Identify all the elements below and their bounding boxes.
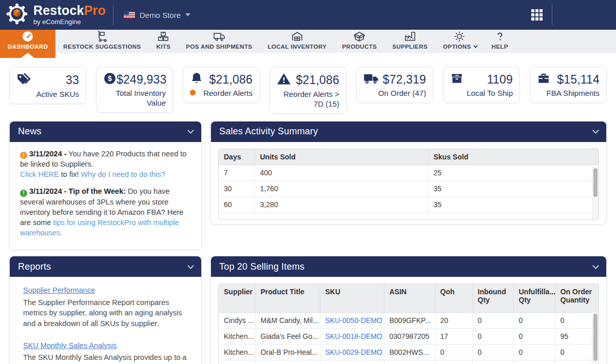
- hand-truck-icon: [96, 30, 108, 43]
- card-reorder-alerts[interactable]: $21,086 Reorder Alerts: [183, 67, 260, 103]
- cell-supplier: Kitchen...: [219, 328, 255, 344]
- col-sku[interactable]: SKU: [320, 284, 384, 312]
- table-row: Cindys ... M&M Candy, Mil... SKU-0050-DE…: [219, 312, 599, 328]
- cell-qoh: 0: [435, 344, 472, 360]
- store-name: Demo Store: [140, 11, 181, 19]
- scrollbar-thumb[interactable]: [593, 168, 598, 197]
- stat-label: Total Inventory Value: [103, 89, 166, 108]
- sku-monthly-sales-link[interactable]: SKU Monthly Sales Analysis: [23, 341, 117, 350]
- us-flag-icon: [124, 11, 135, 18]
- tip-badge-icon: !: [20, 190, 27, 197]
- top-bar: RestockPro by eComEngine Demo Store: [0, 0, 616, 30]
- col-days: Days: [219, 149, 255, 165]
- nav-dashboard[interactable]: DASHBOARD: [0, 30, 55, 53]
- cell-product: Giada's Feel Go...: [255, 328, 320, 344]
- stat-value: 1109: [487, 73, 513, 87]
- table-row: 30 1,760 35: [219, 180, 599, 196]
- nav-label: POS AND SHIPMENTS: [186, 44, 252, 50]
- why-link[interactable]: Why do I need to do this?: [81, 170, 165, 178]
- cell-supplier: Cindys ...: [219, 312, 255, 328]
- nav-help[interactable]: HELP: [484, 30, 516, 53]
- col-units-sold: Units Sold: [255, 149, 428, 165]
- news-date: 3/11/2024 -: [29, 150, 67, 158]
- click-here-link[interactable]: Click HERE: [20, 170, 59, 178]
- col-inbound-qty[interactable]: Inbound Qty: [472, 284, 513, 312]
- chevron-down-icon: [473, 44, 477, 48]
- nav-products[interactable]: PRODUCTS: [334, 30, 384, 53]
- cell-units: 1,760: [255, 180, 428, 196]
- nav-label: KITS: [157, 44, 171, 50]
- card-on-order[interactable]: $72,319 On Order (47): [356, 67, 433, 103]
- cell-qoh: 17: [435, 328, 472, 344]
- report-item: SKU Monthly Sales Analysis The SKU Month…: [23, 340, 188, 364]
- sku-link[interactable]: SKU-0050-DEMO: [325, 316, 382, 325]
- gear-icon: [453, 30, 466, 43]
- table-row: 7 400 25: [219, 165, 599, 180]
- sku-link[interactable]: SKU-0029-DEMO: [325, 348, 382, 356]
- news-item: !3/11/2024 - You have 220 Products that …: [20, 149, 191, 180]
- card-local-to-ship[interactable]: 1109 Local To Ship: [443, 67, 520, 103]
- stat-value: $72,319: [382, 73, 426, 87]
- cell-supplier: Kitchen...: [219, 344, 255, 360]
- archive-box-icon: [450, 72, 464, 87]
- bell-icon: [190, 72, 203, 87]
- report-description: The SKU Monthly Sales Analysis provides …: [23, 352, 188, 364]
- gauge-icon: [22, 30, 34, 43]
- news-text: to fix!: [61, 170, 79, 178]
- panel-title: Sales Activity Summary: [219, 126, 318, 137]
- card-active-skus[interactable]: 33 Active SKUs: [9, 67, 86, 104]
- nav-suppliers[interactable]: SUPPLIERS: [384, 30, 435, 53]
- top20-panel-header: Top 20 Selling Items: [211, 256, 606, 277]
- store-selector[interactable]: Demo Store: [113, 0, 201, 30]
- vertical-scrollbar[interactable]: [592, 167, 599, 219]
- apps-grid-button[interactable]: [522, 0, 552, 30]
- report-description: The Supplier Performance Report compares…: [23, 297, 188, 329]
- cell-inbound: 0: [472, 360, 513, 364]
- col-qoh[interactable]: Qoh: [435, 284, 472, 312]
- briefcase-icon: [537, 72, 550, 87]
- sales-activity-table: Days Units Sold Skus Sold 7 400 25 30: [218, 149, 599, 220]
- col-supplier[interactable]: Supplier: [219, 284, 255, 312]
- card-total-inventory-value[interactable]: $ $249,933 Total Inventory Value: [96, 67, 173, 113]
- col-product-title[interactable]: Product Title: [255, 284, 320, 312]
- col-asin[interactable]: ASIN: [384, 284, 435, 312]
- grid-icon: [531, 9, 543, 21]
- collapse-chevron-icon[interactable]: [592, 127, 599, 134]
- sku-link[interactable]: SKU-0018-DEMO: [325, 332, 382, 340]
- cell-qoh: 20: [435, 312, 472, 328]
- collapse-chevron-icon[interactable]: [187, 262, 194, 269]
- stat-label: On Order (47): [363, 89, 426, 98]
- cell-asin: B002HWS...: [384, 344, 435, 360]
- question-icon: [494, 30, 506, 43]
- nav-restock-suggestions[interactable]: RESTOCK SUGGESTIONS: [55, 30, 148, 53]
- sales-activity-header: Sales Activity Summary: [211, 122, 606, 142]
- news-date: 3/11/2024 -: [29, 187, 67, 195]
- nav-pos-and-shipments[interactable]: POS AND SHIPMENTS: [178, 30, 260, 53]
- nav-label: RESTOCK SUGGESTIONS: [63, 44, 141, 50]
- stat-value: $249,933: [117, 73, 167, 87]
- cell-unfulfillable: 0: [513, 360, 555, 364]
- collapse-chevron-icon[interactable]: [187, 127, 194, 134]
- nav-options[interactable]: OPTIONS: [435, 30, 484, 53]
- stat-label: Reorder Alerts > 7D (15): [277, 90, 339, 109]
- stat-cards-row: 33 Active SKUs $ $249,933 Total Inventor…: [9, 67, 607, 114]
- card-fba-shipments[interactable]: $15,114 FBA Shipments: [530, 67, 607, 103]
- nav-label: SUPPLIERS: [392, 44, 428, 50]
- news-item: !3/11/2024 - Tip of the Week: Do you hav…: [20, 186, 191, 238]
- nav-local-inventory[interactable]: LOCAL INVENTORY: [260, 30, 334, 53]
- table-row: Kitchen... Giada's Feel Go... SKU-0018-D…: [219, 328, 599, 344]
- stat-label: Active SKUs: [16, 90, 79, 99]
- cell-inbound: 0: [472, 312, 513, 328]
- col-unfulfillable-qty[interactable]: Unfulfilla... Qty: [513, 284, 555, 312]
- vertical-scrollbar[interactable]: [592, 312, 599, 364]
- scrollbar-thumb[interactable]: [593, 314, 598, 361]
- collapse-chevron-icon[interactable]: [592, 262, 599, 269]
- stat-label: Reorder Alerts: [196, 89, 253, 98]
- card-reorder-alerts-7d[interactable]: $21,086 Reorder Alerts > 7D (15): [270, 67, 346, 114]
- col-on-order-quantity[interactable]: On Order Quantity: [555, 284, 599, 312]
- supplier-performance-link[interactable]: Supplier Performance: [23, 286, 95, 294]
- cell-asin: 0307987205: [384, 328, 435, 344]
- top20-panel: Top 20 Selling Items Supplier Product Ti…: [210, 256, 607, 364]
- nav-label: DASHBOARD: [8, 44, 48, 50]
- nav-kits[interactable]: KITS: [149, 30, 179, 53]
